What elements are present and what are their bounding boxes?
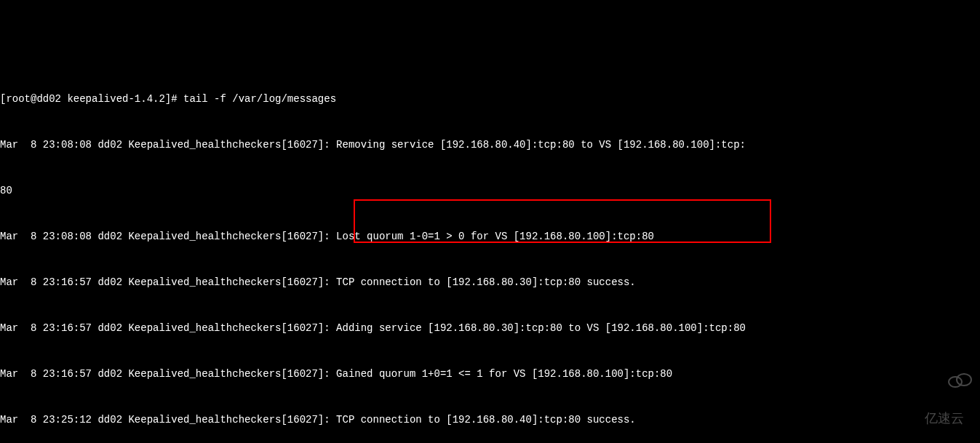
log-line: Mar 8 23:08:08 dd02 Keepalived_healthche… [0,137,980,153]
prompt-line: [root@dd02 keepalived-1.4.2]# tail -f /v… [0,92,980,107]
log-line: Mar 8 23:25:12 dd02 Keepalived_healthche… [0,412,980,428]
log-line: Mar 8 23:08:08 dd02 Keepalived_healthche… [0,229,980,244]
log-line: Mar 8 23:16:57 dd02 Keepalived_healthche… [0,321,980,336]
log-line: Mar 8 23:16:57 dd02 Keepalived_healthche… [0,367,980,382]
log-line: Mar 8 23:16:57 dd02 Keepalived_healthche… [0,275,980,290]
terminal-output[interactable]: [root@dd02 keepalived-1.4.2]# tail -f /v… [0,61,980,443]
log-line: 80 [0,183,980,199]
